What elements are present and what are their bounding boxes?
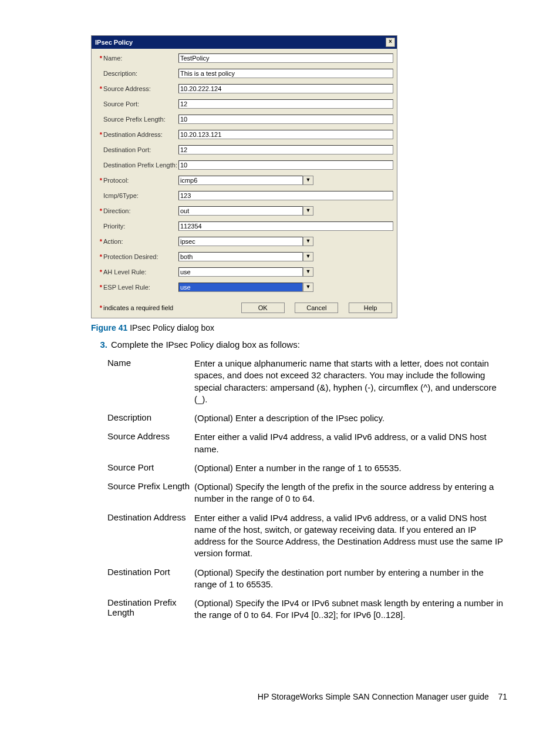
desc-label: Source Address [107,431,194,455]
source-address-label: Source Address: [103,85,178,92]
desc-label: Source Port [107,462,194,474]
chevron-down-icon: ▼ [303,252,313,261]
desc-text: Enter a unique alphanumeric name that st… [194,358,507,405]
required-star-icon: * [95,55,103,62]
desc-label: Destination Prefix Length [107,597,194,621]
step-number: 3. [91,340,111,350]
ah-rule-select[interactable]: use ▼ [178,267,313,277]
footer-text: HP StorageWorks Simple SAN Connection Ma… [258,692,489,701]
required-star-icon: * [95,304,103,311]
ok-button[interactable]: OK [241,303,285,313]
desc-label: Source Prefix Length [107,481,194,505]
dest-prefix-input[interactable] [178,160,393,170]
icmp-type-label: Icmp/6Type: [103,192,178,199]
desc-text: (Optional) Specify the length of the pre… [194,481,507,505]
required-star-icon: * [95,177,103,184]
required-star-icon: * [95,131,103,138]
instruction-step: 3. Complete the IPsec Policy dialog box … [91,340,507,350]
icmp-type-input[interactable] [178,191,393,200]
required-star-icon: * [95,85,103,92]
figure-number: Figure 41 [91,323,127,332]
desc-label: Destination Address [107,512,194,560]
protection-select[interactable]: both ▼ [178,252,313,261]
protocol-label: Protocol: [103,177,178,184]
desc-label: Description [107,412,194,424]
page-footer: HP StorageWorks Simple SAN Connection Ma… [91,692,507,701]
desc-label: Destination Port [107,567,194,591]
source-address-input[interactable] [178,84,393,93]
source-port-label: Source Port: [103,100,178,107]
description-label: Description: [103,70,178,77]
desc-text: Enter either a valid IPv4 address, a val… [194,431,507,455]
direction-select[interactable]: out ▼ [178,206,313,216]
cancel-button[interactable]: Cancel [295,303,338,313]
desc-text: (Optional) Specify the destination port … [194,567,507,591]
desc-text: (Optional) Enter a number in the range o… [194,462,507,474]
protocol-select[interactable]: icmp6 ▼ [178,176,313,185]
required-star-icon: * [95,238,103,245]
dest-prefix-label: Destination Prefix Length: [103,162,178,169]
chevron-down-icon: ▼ [303,206,313,216]
desc-text: (Optional) Specify the IPv4 or IPv6 subn… [194,597,507,621]
priority-label: Priority: [103,223,178,230]
source-prefix-label: Source Prefix Length: [103,116,178,123]
direction-label: Direction: [103,207,178,214]
help-button[interactable]: Help [349,303,392,313]
chevron-down-icon: ▼ [303,283,313,292]
close-icon[interactable]: × [386,38,395,47]
required-star-icon: * [95,253,103,260]
figure-caption: Figure 41 IPsec Policy dialog box [91,323,507,332]
dialog-title: IPsec Policy [95,39,133,46]
desc-text: Enter either a valid IPv4 address, a val… [194,512,507,560]
esp-rule-select[interactable]: use ▼ [178,283,313,292]
dialog-titlebar: IPsec Policy × [92,36,397,49]
ipsec-policy-dialog: IPsec Policy × * Name: Description: * So… [91,35,397,318]
figure-caption-text: IPsec Policy dialog box [130,323,214,332]
required-star-icon: * [95,284,103,291]
desc-label: Name [107,358,194,405]
source-port-input[interactable] [178,99,393,109]
dest-port-label: Destination Port: [103,146,178,153]
required-star-icon: * [95,268,103,275]
required-star-icon: * [95,207,103,214]
esp-rule-label: ESP Level Rule: [103,284,178,291]
protection-label: Protection Desired: [103,253,178,260]
description-input[interactable] [178,69,393,78]
page-number: 71 [498,692,507,701]
name-input[interactable] [178,53,393,63]
name-label: Name: [103,55,178,62]
desc-text: (Optional) Enter a description of the IP… [194,412,507,424]
dest-address-input[interactable] [178,130,393,139]
chevron-down-icon: ▼ [303,237,313,246]
priority-input[interactable] [178,221,393,231]
chevron-down-icon: ▼ [303,267,313,277]
dest-address-label: Destination Address: [103,131,178,138]
chevron-down-icon: ▼ [303,176,313,185]
step-text: Complete the IPsec Policy dialog box as … [111,340,300,350]
field-descriptions: NameEnter a unique alphanumeric name tha… [107,358,507,621]
dest-port-input[interactable] [178,145,393,154]
ah-rule-label: AH Level Rule: [103,268,178,275]
action-label: Action: [103,238,178,245]
action-select[interactable]: ipsec ▼ [178,237,313,246]
required-note: indicates a required field [103,304,173,311]
source-prefix-input[interactable] [178,115,393,124]
